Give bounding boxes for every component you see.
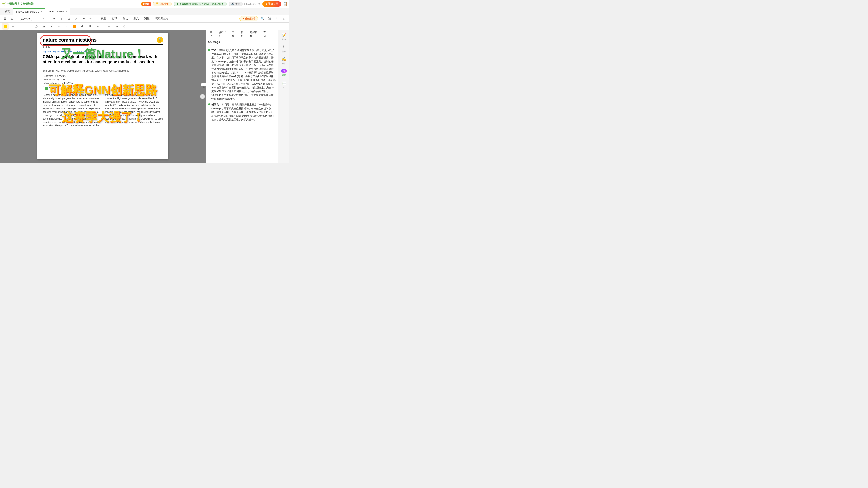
info-icon: ℹ — [281, 44, 287, 50]
strip-item-info[interactable]: ℹ 信息 — [281, 44, 287, 53]
app-icon: 🌱 — [2, 2, 6, 6]
download-toolbar-button[interactable]: ⬇ — [274, 16, 280, 22]
annotation-toolbar: ✏ ▭ ○ ⬠ ☁ ╱ ∿ ↗ S̶ U̲ ≈ ↩ ↪ ⊘ — [0, 23, 289, 30]
action-bar: 保存 思维导图 下载 教程 选择模板 查找 ... — [206, 30, 278, 38]
speed-indicator: 5.6M/1.00G — [244, 3, 256, 5]
menu-sign-fill[interactable]: 填写并签名 — [153, 16, 170, 21]
text-select-button[interactable]: T — [59, 16, 64, 22]
polyline-button[interactable]: ∿ — [56, 23, 62, 30]
app-logo: 🌱 小绿鲸英文文献阅读器 — [2, 2, 34, 6]
save-action-button[interactable]: 保存 — [208, 30, 215, 38]
download-pad-label: 下载pad版 享优先全文翻译，翻译更精准 — [179, 2, 224, 6]
strip-item-notes[interactable]: 📝 笔记 — [281, 32, 287, 41]
redo-button[interactable]: ↪ — [113, 23, 120, 30]
sidebar-content-header: CGMega — [206, 38, 278, 46]
article-title: CGMega: explainable graph neural network… — [43, 54, 163, 67]
download-action-button[interactable]: 下载 — [230, 30, 238, 38]
check-updates-label: Check for updates — [49, 87, 67, 90]
write-icon: ✍ — [281, 56, 287, 62]
mindmap-action-button[interactable]: 思维导图 — [217, 30, 228, 38]
eye-button[interactable]: 👁 — [80, 16, 86, 22]
strip-item-ai[interactable]: AI 解析 — [281, 68, 287, 76]
cloud-button[interactable]: ☁ — [41, 23, 47, 30]
sidebar-content-area[interactable]: 方法： 癌症很少是单个基因异常的直接后果，而是反映了许多基因的复杂相互作用，这些… — [206, 46, 278, 163]
undo-button[interactable]: ↩ — [105, 23, 112, 30]
menu-measure[interactable]: 测量 — [143, 16, 151, 21]
zoom-control[interactable]: 194% ▼ — [20, 17, 32, 21]
menu-view[interactable]: 视图 — [99, 16, 108, 21]
pdf-viewer-area[interactable]: 🔓 nature communications Article https://… — [0, 30, 206, 163]
check-updates-button[interactable]: ↻ Check for updates — [43, 86, 69, 91]
squiggle-button[interactable]: ≈ — [94, 23, 101, 30]
highlight-yellow-button[interactable] — [2, 23, 8, 30]
fit-page-button[interactable]: ⤢ — [73, 16, 79, 22]
strip-item-write[interactable]: ✍ 写作 — [281, 56, 287, 65]
sidebar-title: CGMega — [208, 40, 220, 43]
tab-paper-1-close-icon[interactable]: ✕ — [40, 10, 42, 13]
growth-center-button[interactable]: 🏆 成长中心 — [153, 2, 172, 6]
line-button[interactable]: ╱ — [49, 23, 55, 30]
menu-annotate[interactable]: 注释 — [110, 16, 119, 21]
underline-button[interactable]: U̲ — [87, 23, 93, 30]
strikethrough-button[interactable]: S̶ — [79, 23, 86, 30]
comment-button[interactable]: 💬 — [267, 16, 273, 22]
divider-1 — [17, 17, 18, 21]
received-label: Received: 18 July 2023 — [43, 74, 163, 78]
tab-paper-2-close-icon[interactable]: ✕ — [65, 10, 67, 13]
innovation-label: 创新点： — [211, 103, 221, 106]
erase-button[interactable]: ⊘ — [121, 23, 127, 30]
vip-button[interactable]: 开通绿会员 — [262, 1, 281, 6]
undo-rotate-button[interactable]: ↺ — [51, 16, 57, 22]
menu-shape[interactable]: 形状 — [121, 16, 130, 21]
accepted-label: Accepted: 9 July 2024 — [43, 78, 163, 82]
color-picker-button[interactable] — [71, 23, 78, 30]
more-action-button[interactable]: ... — [271, 32, 276, 36]
audio-button[interactable]: 🔊 音频 — [229, 2, 243, 6]
bullet-dot-1 — [208, 49, 210, 51]
thumbnail-view-button[interactable]: ⊞ — [9, 16, 15, 22]
article-label: Article — [43, 46, 163, 49]
tab-paper-1[interactable]: s41467-024-50426-6 ✕ — [13, 8, 45, 15]
tutorial-action-button[interactable]: 教程 — [239, 30, 247, 38]
pdf-nav-right-button[interactable]: › — [200, 94, 205, 99]
tab-paper-2[interactable]: 2406.10655v1 ✕ — [45, 8, 70, 15]
settings-button[interactable]: ⚙ — [281, 16, 287, 22]
arrow-button[interactable]: ↗ — [64, 23, 70, 30]
download-icon: ⬇ — [177, 2, 179, 5]
speed-chevron-icon[interactable]: ▼ — [258, 2, 260, 6]
ai-badge: AI — [281, 69, 287, 72]
pencil-button[interactable]: ✏ — [10, 23, 16, 30]
search-toolbar-button[interactable]: 🔍 — [259, 16, 266, 22]
toggle-sidebar-button[interactable]: ☰ — [2, 16, 8, 22]
rectangle-button[interactable]: ▭ — [18, 23, 24, 30]
translate-star-icon: ✦ — [242, 17, 244, 20]
paper-content: 🔓 nature communications Article https://… — [37, 33, 168, 131]
bullet-text-1: 方法： 癌症很少是单个基因异常的直接后果，而是反映了许多基因的复杂相互作用，这些… — [211, 48, 276, 101]
menu-insert[interactable]: 插入 — [131, 16, 141, 21]
expand-sidebar-tab[interactable]: 展开翻译 — [201, 83, 206, 86]
zoom-out-button[interactable]: − — [33, 16, 39, 22]
bullet-item-innovation: 创新点： 利用图注意力和图解释技术开发了一种新框架CGMega，用于研究癌症基因… — [208, 103, 276, 122]
article-doi[interactable]: https://doi.org/10.1038/s41467-024-50426… — [43, 51, 163, 53]
top-right-controls: 获奖励 🏆 成长中心 ⬇ 下载pad版 享优先全文翻译，翻译更精准 🔊 音频 5… — [141, 1, 287, 6]
strip-item-ppt[interactable]: 📊 PPT — [281, 80, 287, 89]
download-pad-button[interactable]: ⬇ 下载pad版 享优先全文翻译，翻译更精准 — [174, 2, 227, 6]
zoom-in-button[interactable]: + — [41, 16, 46, 22]
translate-all-button[interactable]: ✦ 全文翻译 — [239, 16, 258, 21]
crop-button[interactable]: ⊡ — [66, 16, 72, 22]
search-action-button[interactable]: 查找 — [261, 30, 269, 38]
circle-button[interactable]: ○ — [25, 23, 32, 30]
info-label: 信息 — [282, 51, 286, 53]
home-tab[interactable]: 首页 — [2, 9, 13, 14]
open-access-icon: 🔓 — [157, 37, 163, 43]
annot-divider — [103, 24, 103, 29]
right-sidebar: 保存 思维导图 下载 教程 选择模板 查找 ... CGMega 方法： 癌症很… — [206, 30, 278, 163]
template-action-button[interactable]: 选择模板 — [248, 30, 260, 38]
pentagon-button[interactable]: ⬠ — [33, 23, 39, 30]
write-label: 写作 — [282, 62, 286, 65]
ppt-label: PPT — [282, 86, 286, 89]
notification-icon[interactable]: 📋 — [283, 2, 287, 6]
award-badge[interactable]: 获奖励 — [141, 2, 151, 6]
scissors-button[interactable]: ✂ — [88, 16, 93, 22]
translate-all-label: 全文翻译 — [245, 17, 255, 20]
